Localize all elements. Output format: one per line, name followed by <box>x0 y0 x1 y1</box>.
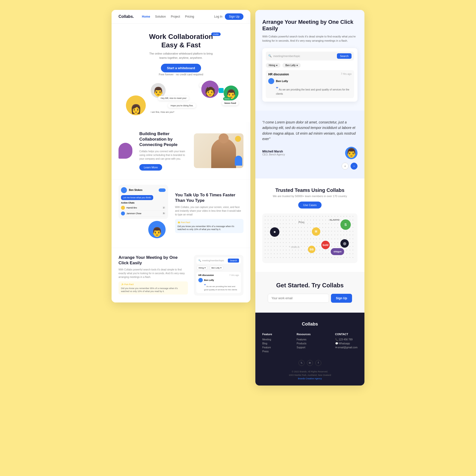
nav-link-home[interactable]: Home <box>142 15 150 18</box>
voice-person-avatar <box>148 221 166 238</box>
hero-badge: Invite <box>211 32 221 36</box>
footer-products-link[interactable]: Products <box>297 342 311 345</box>
search-button-sm[interactable]: Search <box>228 259 239 263</box>
rm-hr-avatar <box>268 78 274 84</box>
footer-contact-col: CONTACT 📞 123 456 789 💬 Whatsapp ✉ email… <box>335 333 357 354</box>
footer-feature-link[interactable]: Feature <box>262 346 272 349</box>
nav-link-solution[interactable]: Solution <box>155 15 166 18</box>
elena-badge: Elena <box>223 97 231 100</box>
hero-free-note: Free forever · no credit card required <box>146 72 216 77</box>
footer-agency-link[interactable]: Brands Creative Agency <box>298 377 322 380</box>
footer-blog-link[interactable]: Blog <box>262 342 272 345</box>
footer-columns: Feature Meeting Blog Feature Press Resou… <box>262 333 357 354</box>
nav-link-pricing[interactable]: Pricing <box>185 15 194 18</box>
footer-features-link[interactable]: Features <box>297 338 311 341</box>
rm-hr-time: 7 Hrs ago <box>341 73 352 76</box>
brand-circle: ◎ <box>340 239 349 248</box>
rm-hr-title: HR discussion <box>268 73 289 76</box>
twitter-icon[interactable]: 𝕏 <box>298 360 304 366</box>
right-meeting-ui: 🔍 meeting/member/topic Search Hiring ▾ B… <box>262 48 357 102</box>
newsfeed-badge: News Feed <box>222 101 238 105</box>
testimonial-quote: "I come Lorem ipsum dolor sit amet, cons… <box>262 119 357 142</box>
footer-press-link[interactable]: Press <box>262 350 272 353</box>
chat-name-2: Jammon Chow <box>126 212 141 215</box>
testimonial-nav: ‹ › <box>262 163 357 170</box>
testimonial-prev[interactable]: ‹ <box>342 163 349 170</box>
right-meeting-title: Arrange Your Meeting by One Click Easily <box>262 19 357 32</box>
meeting-text: Arrange Your Meeting by One Click Easily… <box>119 255 188 295</box>
footer-email[interactable]: ✉ email@gmail.com <box>335 346 357 349</box>
meeting-fun-text: Did you know you remember 95% of a messa… <box>121 287 178 293</box>
meeting-search: 🔍 meeting/member/topic Search <box>196 257 241 264</box>
rm-search-button[interactable]: Search <box>337 53 352 59</box>
speech-bubble: Let me know what you think! <box>121 195 153 200</box>
start-whiteboard-button[interactable]: Start a whiteboard <box>161 64 201 72</box>
meeting-fun-title: ✨ Fun Fact <box>121 283 185 286</box>
hero-section: Invite Work Collaboration Easy & Fast Th… <box>112 24 250 122</box>
chat-username: Ben Stokes <box>129 189 142 191</box>
nav-logo: Collabs. <box>119 14 134 19</box>
learn-more-button[interactable]: Learn More <box>139 164 162 171</box>
signup-email-button[interactable]: Sign Up <box>331 294 352 303</box>
footer: Collabs Feature Meeting Blog Feature Pre… <box>255 313 364 386</box>
footer-support-link[interactable]: Support <box>297 346 311 349</box>
hero-title: Work Collaboration Easy & Fast <box>119 32 243 49</box>
email-input[interactable] <box>268 294 329 303</box>
chat-item-2: Jammon Chow 5 <box>121 211 166 216</box>
fun-fact: 🌟 Fun Fact Did you know you remember 95%… <box>175 219 243 233</box>
chat-avatar-sm <box>121 187 127 193</box>
use-cases-button[interactable]: Use Cases <box>298 202 322 208</box>
voice-section: Ben Stokes Let me know what you think! A… <box>112 179 250 248</box>
reply-bubble: I am fine, How are you? <box>151 111 174 113</box>
chat-bubble-1: Hey Bill, nice to meet you! <box>158 96 189 100</box>
hero-avatar-3 <box>201 81 219 98</box>
login-button[interactable]: Log In <box>214 15 222 18</box>
signup-button[interactable]: Sign Up <box>225 13 243 20</box>
rm-hiring-filter[interactable]: Hiring ▾ <box>266 63 280 68</box>
meeting-section-left: Arrange Your Meeting by One Click Easily… <box>112 248 250 302</box>
meeting-fun-fact: ✨ Fun Fact Did you know you remember 95%… <box>119 281 188 295</box>
chat-count-1: 2 <box>162 206 166 209</box>
footer-resources-title: Resources <box>297 333 311 336</box>
chat-dot-1 <box>121 206 125 210</box>
hr-discussion-title: HR discussion <box>198 274 214 276</box>
hiring-filter[interactable]: Hiring ▾ <box>196 266 208 270</box>
whatsapp-icon: 💬 <box>335 342 339 345</box>
footer-phone[interactable]: 📞 123 456 789 <box>335 338 357 341</box>
hero-description: The online collaborative whiteboard plat… <box>146 52 216 60</box>
brand-privy: Privy <box>298 221 304 224</box>
get-started-title: Get Started. Try Collabs <box>262 282 357 289</box>
linkedin-icon[interactable]: in <box>307 360 313 366</box>
nav-link-project[interactable]: Project <box>171 15 180 18</box>
voice-description: With Collabs, you can capture your scree… <box>175 205 243 216</box>
brand-bold: bold <box>321 241 330 249</box>
fun-fact-title: 🌟 Fun Fact <box>178 221 241 224</box>
meeting-ui: 🔍 meeting/member/topic Search Hiring ▾ B… <box>194 255 243 296</box>
footer-social: 𝕏 in f <box>262 360 357 366</box>
testimonial-next[interactable]: › <box>351 163 357 170</box>
testimonial-avatar <box>345 147 357 159</box>
rm-search-bar: 🔍 meeting/member/topic Search <box>266 52 354 60</box>
rm-placeholder: meeting/member/topic <box>273 55 300 58</box>
hr-user-avatar <box>198 278 203 282</box>
meeting-title: Arrange Your Meeting by One Click Easily <box>119 255 188 266</box>
hero-decorations: ● Video Calls Hey Bill, nice to meet you… <box>119 81 243 115</box>
connect-description: Collabs helps you connect with your team… <box>139 149 187 161</box>
footer-meeting-link[interactable]: Meeting <box>262 338 272 341</box>
ben-filter[interactable]: Ben Lelly ▾ <box>209 266 224 270</box>
rm-ben-filter[interactable]: Ben Lelly ▾ <box>282 63 301 68</box>
brand-shogun: shōgun <box>331 248 344 255</box>
rm-hr-username: Ben Lelly <box>276 80 288 83</box>
author-role: CEO, Bench Agency <box>262 153 285 156</box>
search-icon: 🔍 <box>198 259 201 262</box>
phone-icon: 📞 <box>335 338 339 341</box>
facebook-icon[interactable]: f <box>315 360 321 366</box>
brand-1: ▣ <box>270 227 279 237</box>
testimonial-author: Mitchell Marsh CEO, Bench Agency <box>262 147 357 159</box>
trusted-title: Trusted Teams Using Collabs <box>262 187 357 193</box>
connect-text: Building Better Collaboration by Connect… <box>139 131 187 171</box>
footer-whatsapp[interactable]: 💬 Whatsapp <box>335 342 357 345</box>
trusted-section: Trusted Teams Using Collabs We are trust… <box>255 178 364 272</box>
chat-toggle[interactable] <box>159 188 166 192</box>
trusted-map: // Generate dots for(let i=0; i<360; i++… <box>262 213 357 263</box>
